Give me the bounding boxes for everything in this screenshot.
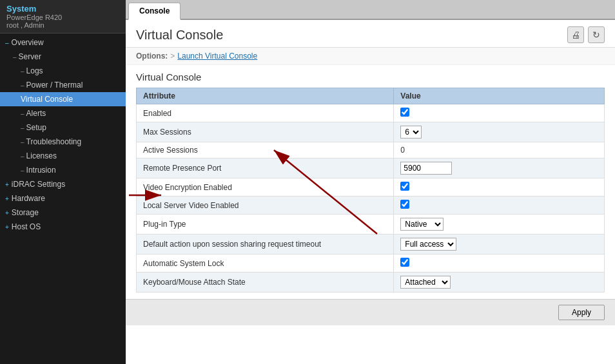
apply-button[interactable]: Apply (558, 305, 605, 320)
row-value-7[interactable]: Full accessRead onlyTerminate (394, 235, 605, 254)
table-row: Enabled (137, 104, 605, 122)
sidebar-item-intrusion[interactable]: – Intrusion (0, 163, 126, 177)
row-value-0[interactable] (394, 104, 605, 122)
sidebar-item-idrac-settings[interactable]: + iDRAC Settings (0, 177, 126, 191)
sidebar-item-troubleshooting[interactable]: – Troubleshooting (0, 135, 126, 149)
select-6[interactable]: NativeActiveXJava (400, 218, 444, 231)
sidebar-item-setup[interactable]: – Setup (0, 120, 126, 135)
tree-icon-licenses: – (21, 153, 24, 160)
sidebar-nav: – Overview – Server – Logs – Power / The… (0, 34, 126, 236)
checkbox-4[interactable] (400, 182, 409, 191)
tree-icon-troubleshooting: – (21, 139, 24, 146)
sidebar-toggle-idrac: + (5, 181, 9, 188)
apply-row: Apply (126, 299, 615, 325)
sidebar-item-virtual-console[interactable]: Virtual Console (0, 92, 126, 106)
tree-icon-alerts: – (21, 110, 24, 117)
sidebar-label-host-os: Host OS (12, 222, 41, 231)
main-content: Console Virtual Console 🖨 ↻ (126, 0, 615, 364)
sidebar-header: System PowerEdge R420 root , Admin (0, 0, 126, 34)
sidebar-label-storage: Storage (12, 208, 39, 217)
sidebar-label-licenses: Licenses (26, 151, 57, 160)
row-attribute-1: Max Sessions (137, 122, 394, 142)
input-3[interactable] (400, 162, 452, 175)
row-value-6[interactable]: NativeActiveXJava (394, 215, 605, 235)
sidebar-toggle-storage: + (5, 209, 9, 216)
sidebar-item-server[interactable]: – Server (0, 50, 126, 64)
table-row: Remote Presence Port (137, 158, 605, 178)
tree-icon-setup: – (21, 124, 24, 131)
row-value-4[interactable] (394, 178, 605, 196)
col-header-attribute: Attribute (137, 88, 394, 104)
header-icons: 🖨 ↻ (567, 26, 605, 43)
select-7[interactable]: Full accessRead onlyTerminate (400, 238, 456, 251)
sidebar-system-title: System (6, 4, 119, 14)
tree-icon-intrusion: – (21, 167, 24, 174)
checkbox-5[interactable] (400, 200, 409, 209)
sidebar-label-setup: Setup (26, 123, 46, 132)
row-value-5[interactable] (394, 196, 605, 215)
launch-virtual-console-link[interactable]: Launch Virtual Console (177, 52, 257, 61)
sidebar-label-intrusion: Intrusion (26, 166, 56, 175)
row-attribute-0: Enabled (137, 104, 394, 122)
row-attribute-5: Local Server Video Enabled (137, 196, 394, 215)
row-attribute-7: Default action upon session sharing requ… (137, 235, 394, 254)
row-attribute-2: Active Sessions (137, 142, 394, 158)
sidebar-toggle-hardware: + (5, 195, 9, 202)
sidebar-label-virtual-console: Virtual Console (21, 95, 73, 104)
row-attribute-6: Plug-in Type (137, 215, 394, 235)
row-value-8[interactable] (394, 254, 605, 273)
table-row: Automatic System Lock (137, 254, 605, 273)
select-9[interactable]: AttachedDetached (400, 276, 451, 289)
sidebar-label-hardware: Hardware (12, 194, 45, 203)
sidebar-label-server: Server (19, 52, 41, 61)
options-bar: Options: > Launch Virtual Console (126, 48, 615, 65)
options-separator: > (170, 52, 175, 61)
checkbox-8[interactable] (400, 258, 409, 267)
row-value-3[interactable] (394, 158, 605, 178)
table-row: Default action upon session sharing requ… (137, 235, 605, 254)
sidebar-item-host-os[interactable]: + Host OS (0, 220, 126, 234)
sidebar-system-subtitle1: PowerEdge R420 (6, 14, 119, 21)
row-value-2: 0 (394, 142, 605, 158)
table-row: Local Server Video Enabled (137, 196, 605, 215)
sidebar-item-hardware[interactable]: + Hardware (0, 191, 126, 206)
table-row: Keyboard/Mouse Attach StateAttachedDetac… (137, 273, 605, 292)
sidebar-label-idrac-settings: iDRAC Settings (12, 180, 65, 189)
row-attribute-9: Keyboard/Mouse Attach State (137, 273, 394, 292)
sidebar-item-power-thermal[interactable]: – Power / Thermal (0, 78, 126, 92)
table-row: Video Encryption Enabled (137, 178, 605, 196)
sidebar-toggle-host-os: + (5, 224, 9, 231)
tab-bar: Console (126, 0, 615, 20)
sidebar-label-alerts: Alerts (26, 109, 46, 118)
row-value-9[interactable]: AttachedDetached (394, 273, 605, 292)
refresh-button[interactable]: ↻ (588, 26, 605, 43)
row-value-1[interactable]: 123456 (394, 122, 605, 142)
sidebar-label-overview: Overview (12, 38, 44, 47)
tab-console[interactable]: Console (128, 3, 181, 20)
sidebar-item-overview[interactable]: – Overview (0, 35, 126, 50)
section-title: Virtual Console (136, 72, 605, 82)
checkbox-0[interactable] (400, 108, 409, 117)
options-label: Options: (136, 52, 168, 61)
table-row: Active Sessions0 (137, 142, 605, 158)
page-title: Virtual Console (136, 28, 223, 43)
tree-icon-server: – (13, 53, 17, 61)
sidebar: System PowerEdge R420 root , Admin – Ove… (0, 0, 126, 364)
col-header-value: Value (394, 88, 605, 104)
row-attribute-4: Video Encryption Enabled (137, 178, 394, 196)
sidebar-item-storage[interactable]: + Storage (0, 206, 126, 220)
select-1[interactable]: 123456 (400, 126, 422, 139)
sidebar-item-alerts[interactable]: – Alerts (0, 106, 126, 120)
page-header: Virtual Console 🖨 ↻ (126, 20, 615, 48)
sidebar-item-logs[interactable]: – Logs (0, 64, 126, 78)
row-attribute-8: Automatic System Lock (137, 254, 394, 273)
table-row: Max Sessions123456 (137, 122, 605, 142)
print-button[interactable]: 🖨 (567, 26, 584, 43)
sidebar-label-power-thermal: Power / Thermal (26, 81, 83, 90)
sidebar-item-licenses[interactable]: – Licenses (0, 149, 126, 163)
sidebar-system-subtitle2: root , Admin (6, 21, 119, 29)
content-area: Virtual Console 🖨 ↻ Options: > Launch Vi… (126, 20, 615, 364)
table-row: Plug-in TypeNativeActiveXJava (137, 215, 605, 235)
sidebar-label-troubleshooting: Troubleshooting (26, 137, 82, 146)
virtual-console-section: Virtual Console Attribute Value EnabledM… (126, 65, 615, 299)
